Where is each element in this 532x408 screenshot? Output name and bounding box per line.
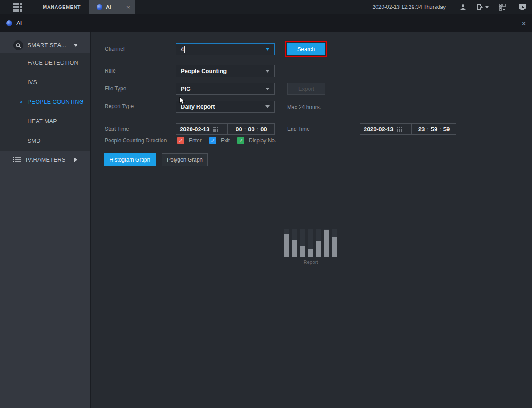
export-button[interactable]: Export	[287, 83, 325, 95]
sidebar: SMART SEA... FACE DETECTION IVS > PEOPLE…	[0, 32, 91, 408]
list-icon	[13, 156, 21, 164]
report-type-label: Report Type	[105, 101, 134, 113]
sidebar-item-ivs[interactable]: IVS	[0, 73, 90, 92]
exit-checkbox-label: Exit	[221, 137, 230, 144]
channel-label: Channel	[105, 43, 125, 55]
export-button-label: Export	[298, 86, 314, 92]
rule-label: Rule	[105, 65, 116, 77]
histogram-graph-button[interactable]: Histogram Graph	[104, 153, 156, 166]
end-date-value: 2020-02-13	[364, 126, 394, 133]
file-type-label: File Type	[105, 83, 126, 95]
file-type-value: PIC	[181, 85, 191, 92]
rule-value: People Counting	[181, 68, 227, 74]
start-second: 00	[260, 126, 267, 133]
app-window: MANAGEMENT AI × 2020-02-13 12:29:34 Thur…	[0, 0, 532, 408]
search-button-label: Search	[297, 46, 315, 53]
display-output-icon[interactable]	[512, 0, 532, 14]
logout-caret-icon	[485, 6, 489, 8]
end-hour: 23	[418, 126, 425, 133]
check-icon: ✓	[239, 138, 243, 144]
chevron-down-icon	[265, 48, 270, 51]
report-placeholder-bars	[284, 229, 337, 257]
channel-select[interactable]: 4	[176, 43, 275, 55]
check-icon: ✓	[211, 138, 215, 144]
logout-icon[interactable]	[473, 0, 492, 14]
system-datetime: 2020-02-13 12:29:34 Thursday	[372, 4, 453, 10]
window-title-bar: AI – ×	[0, 14, 532, 32]
window-controls: – ×	[510, 20, 526, 27]
display-no-checkbox-label: Display No.	[249, 137, 276, 144]
end-time-label: End Time	[287, 123, 310, 135]
file-type-select[interactable]: PIC	[176, 83, 275, 95]
tab-management-label: MANAGEMENT	[43, 4, 81, 10]
qr-code-icon[interactable]	[492, 0, 512, 14]
end-date-picker[interactable]: 2020-02-13	[360, 123, 412, 135]
sidebar-group-smart-search-label: SMART SEA...	[28, 42, 66, 48]
chevron-down-icon	[265, 88, 270, 90]
sidebar-group-smart-search[interactable]: SMART SEA...	[0, 38, 90, 53]
channel-value: 4	[181, 46, 184, 53]
main-menu-button[interactable]	[0, 0, 35, 14]
polygon-graph-button[interactable]: Polygon Graph	[162, 153, 208, 166]
enter-checkbox[interactable]: ✓	[177, 137, 184, 144]
rule-select[interactable]: People Counting	[176, 65, 275, 77]
report-type-value: Daily Report	[181, 103, 215, 110]
user-account-icon[interactable]	[453, 0, 473, 14]
max-hours-note: Max 24 hours.	[287, 101, 321, 113]
chevron-right-icon	[74, 158, 77, 162]
sidebar-item-label: PEOPLE COUNTING	[28, 99, 84, 105]
sidebar-item-people-counting[interactable]: > PEOPLE COUNTING	[0, 92, 90, 112]
tab-ai[interactable]: AI ×	[89, 0, 135, 14]
display-no-checkbox[interactable]: ✓	[237, 137, 244, 144]
chevron-down-icon	[73, 44, 78, 47]
grid-menu-icon	[13, 3, 22, 12]
calendar-icon	[397, 127, 402, 132]
close-button[interactable]: ×	[522, 20, 526, 27]
minimize-button[interactable]: –	[510, 20, 514, 27]
sidebar-item-face-detection[interactable]: FACE DETECTION	[0, 53, 90, 73]
start-minute: 00	[248, 126, 254, 133]
text-caret	[184, 46, 185, 53]
top-tab-bar: MANAGEMENT AI × 2020-02-13 12:29:34 Thur…	[0, 0, 532, 14]
topbar-right: 2020-02-13 12:29:34 Thursday	[372, 0, 532, 14]
polygon-graph-label: Polygon Graph	[167, 157, 203, 163]
start-time-label: Start Time	[105, 123, 129, 135]
smart-search-icon	[13, 40, 23, 50]
tab-close-icon[interactable]: ×	[126, 4, 130, 11]
report-placeholder-label: Report	[284, 259, 337, 265]
sidebar-item-label: FACE DETECTION	[28, 60, 78, 66]
sidebar-item-label: IVS	[28, 79, 37, 85]
direction-label: People Counting Direction	[105, 137, 167, 144]
sidebar-group-parameters[interactable]: PARAMETERS	[0, 154, 90, 166]
window-title: AI	[16, 20, 22, 27]
report-type-select[interactable]: Daily Report	[176, 101, 275, 113]
calendar-icon	[213, 127, 218, 132]
ai-sphere-icon	[6, 20, 12, 26]
end-minute: 59	[431, 126, 437, 133]
tab-management[interactable]: MANAGEMENT	[35, 0, 89, 14]
chevron-down-icon	[265, 105, 270, 108]
start-date-value: 2020-02-13	[180, 126, 210, 133]
ai-sphere-icon	[97, 4, 102, 10]
sidebar-group-parameters-label: PARAMETERS	[26, 157, 65, 163]
end-time-picker[interactable]: 23: 59: 59	[412, 123, 456, 135]
sidebar-submenu: FACE DETECTION IVS > PEOPLE COUNTING HEA…	[0, 53, 90, 151]
tab-ai-label: AI	[106, 4, 111, 10]
people-counting-panel: Channel 4 Search Rule People Counting Fi…	[92, 32, 532, 408]
check-icon: ✓	[179, 138, 183, 144]
sidebar-item-smd[interactable]: SMD	[0, 131, 90, 151]
sidebar-item-label: HEAT MAP	[28, 118, 57, 125]
search-button[interactable]: Search	[287, 43, 325, 55]
enter-checkbox-label: Enter	[189, 137, 202, 144]
histogram-graph-label: Histogram Graph	[110, 157, 150, 163]
sidebar-item-heat-map[interactable]: HEAT MAP	[0, 112, 90, 131]
active-item-arrow-icon: >	[20, 99, 23, 105]
start-date-picker[interactable]: 2020-02-13	[176, 123, 228, 135]
start-hour: 00	[236, 126, 242, 133]
end-second: 59	[443, 126, 450, 133]
start-time-picker[interactable]: 00: 00: 00	[228, 123, 275, 135]
chevron-down-icon	[265, 70, 270, 73]
sidebar-item-label: SMD	[28, 138, 41, 144]
exit-checkbox[interactable]: ✓	[209, 137, 216, 144]
